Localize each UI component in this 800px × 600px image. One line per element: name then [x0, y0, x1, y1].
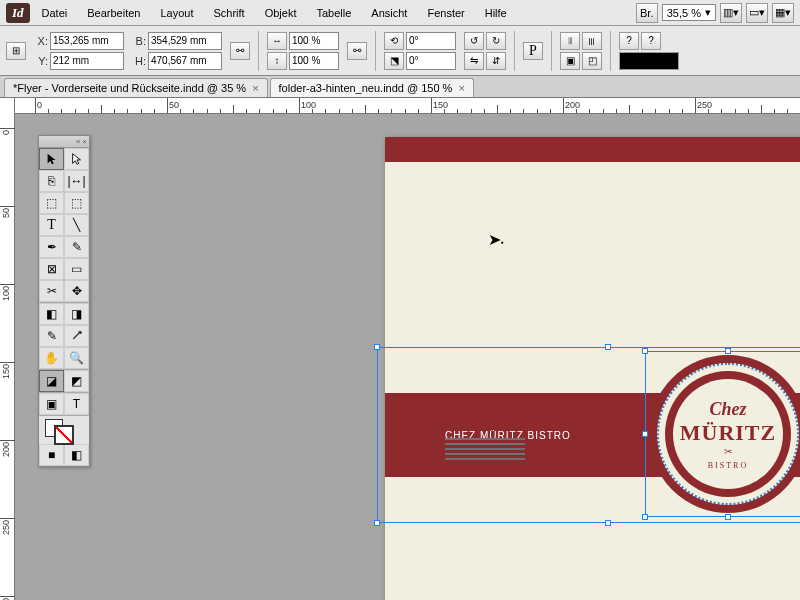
help2-icon[interactable]: ?	[641, 32, 661, 50]
h-label: H:	[132, 55, 146, 67]
scale-x-icon: ↔	[267, 32, 287, 50]
pen-tool[interactable]: ✒	[39, 236, 64, 258]
menu-datei[interactable]: Datei	[34, 4, 76, 22]
page[interactable]: CHEZ MÜRITZ BISTRO Chez MÜRITZ ✂ BISTRO	[385, 137, 800, 600]
x-label: X:	[34, 35, 48, 47]
gradient-feather-tool[interactable]: ◨	[64, 303, 89, 325]
horizontal-ruler[interactable]: 050100150200250	[15, 98, 800, 114]
formatting-text[interactable]: T	[64, 393, 89, 415]
page-tool[interactable]: ⎘	[39, 170, 64, 192]
scale-y-field[interactable]	[289, 52, 339, 70]
page-header-strip	[385, 137, 800, 162]
rectangle-frame-tool[interactable]: ⊠	[39, 258, 64, 280]
menu-bearbeiten[interactable]: Bearbeiten	[79, 4, 148, 22]
corner-icon[interactable]: ◰	[582, 52, 602, 70]
constrain-wh-icon[interactable]: ⚯	[230, 42, 250, 60]
fill-stroke-swatch[interactable]	[39, 416, 89, 444]
gap-tool[interactable]: |↔|	[64, 170, 89, 192]
rotate-icon: ⟲	[384, 32, 404, 50]
collapse-icon[interactable]: «	[76, 137, 80, 146]
document-tabs: *Flyer - Vorderseite und Rückseite.indd …	[0, 76, 800, 98]
help-icon[interactable]: ?	[619, 32, 639, 50]
vertical-ruler[interactable]: 050100150200250300	[0, 98, 15, 600]
zoom-tool[interactable]: 🔍	[64, 347, 89, 369]
tools-panel[interactable]: «× ⎘ |↔| ⬚ ⬚ T ╲ ✒ ✎ ⊠ ▭ ✂ ✥ ◧ ◨ ✎ ✋ 🔍 ◪…	[38, 135, 90, 467]
rotate-cw-icon[interactable]: ↻	[486, 32, 506, 50]
chevron-down-icon: ▾	[705, 6, 711, 19]
view-options-button[interactable]: ▥▾	[720, 3, 742, 23]
stroke-swatch[interactable]	[55, 426, 73, 444]
y-field[interactable]	[50, 52, 124, 70]
zoom-level-field[interactable]: 35,5 %▾	[662, 4, 716, 21]
scale-y-icon: ↕	[267, 52, 287, 70]
tab-folder[interactable]: folder-a3-hinten_neu.indd @ 150 %×	[270, 78, 474, 97]
menu-ansicht[interactable]: Ansicht	[363, 4, 415, 22]
tab-flyer[interactable]: *Flyer - Vorderseite und Rückseite.indd …	[4, 78, 268, 97]
tab-label: folder-a3-hinten_neu.indd @ 150 %	[279, 82, 453, 94]
content-collector-tool[interactable]: ⬚	[39, 192, 64, 214]
w-label: B:	[132, 35, 146, 47]
close-icon[interactable]: ×	[458, 82, 464, 94]
selection-handle[interactable]	[374, 344, 380, 350]
bridge-label: Br.	[640, 7, 653, 19]
selection-tool[interactable]	[39, 148, 64, 170]
formatting-container[interactable]: ▣	[39, 393, 64, 415]
height-field[interactable]	[148, 52, 222, 70]
content-placer-tool[interactable]: ⬚	[64, 192, 89, 214]
group-selection-box	[377, 347, 800, 523]
reference-point-proxy[interactable]: ⊞	[6, 42, 26, 60]
eyedropper-tool[interactable]	[64, 325, 89, 347]
menu-schrift[interactable]: Schrift	[206, 4, 253, 22]
hand-tool[interactable]: ✋	[39, 347, 64, 369]
distribute-icon[interactable]: ⫼	[582, 32, 602, 50]
tab-label: *Flyer - Vorderseite und Rückseite.indd …	[13, 82, 246, 94]
zoom-value: 35,5 %	[667, 7, 701, 19]
scissors-tool[interactable]: ✂	[39, 280, 64, 302]
character-panel-icon[interactable]: P	[523, 42, 543, 60]
selection-handle[interactable]	[605, 344, 611, 350]
menu-bar: Id Datei Bearbeiten Layout Schrift Objek…	[0, 0, 800, 26]
shear-icon: ⬔	[384, 52, 404, 70]
flip-v-icon[interactable]: ⇵	[486, 52, 506, 70]
note-tool[interactable]: ✎	[39, 325, 64, 347]
menu-tabelle[interactable]: Tabelle	[308, 4, 359, 22]
control-panel: ⊞ X: Y: B: H: ⚯ ↔ ↕ ⚯ ⟲ ⬔ ↺↻ ⇋⇵ P ⫴⫼ ▣◰ …	[0, 26, 800, 76]
flip-h-icon[interactable]: ⇋	[464, 52, 484, 70]
y-label: Y:	[34, 55, 48, 67]
menu-objekt[interactable]: Objekt	[257, 4, 305, 22]
rectangle-tool[interactable]: ▭	[64, 258, 89, 280]
fill-stroke-toggle[interactable]: ◪	[39, 370, 64, 392]
apply-gradient[interactable]: ◧	[64, 444, 89, 466]
tools-panel-header[interactable]: «×	[39, 136, 89, 148]
arrange-button[interactable]: ▦▾	[772, 3, 794, 23]
align-icon[interactable]: ⫴	[560, 32, 580, 50]
close-icon[interactable]: ×	[252, 82, 258, 94]
selection-handle[interactable]	[374, 520, 380, 526]
shear-field[interactable]	[406, 52, 456, 70]
apply-color[interactable]: ■	[39, 444, 64, 466]
default-fill-stroke[interactable]: ◩	[64, 370, 89, 392]
x-field[interactable]	[50, 32, 124, 50]
rotate-field[interactable]	[406, 32, 456, 50]
gradient-swatch-tool[interactable]: ◧	[39, 303, 64, 325]
menu-fenster[interactable]: Fenster	[419, 4, 472, 22]
pencil-tool[interactable]: ✎	[64, 236, 89, 258]
app-logo: Id	[6, 3, 30, 23]
document-canvas[interactable]: CHEZ MÜRITZ BISTRO Chez MÜRITZ ✂ BISTRO	[15, 114, 800, 600]
bridge-button[interactable]: Br.	[636, 3, 658, 23]
type-tool[interactable]: T	[39, 214, 64, 236]
scale-x-field[interactable]	[289, 32, 339, 50]
close-icon[interactable]: ×	[82, 137, 87, 146]
line-tool[interactable]: ╲	[64, 214, 89, 236]
width-field[interactable]	[148, 32, 222, 50]
selection-handle[interactable]	[605, 520, 611, 526]
rotate-ccw-icon[interactable]: ↺	[464, 32, 484, 50]
wrap-icon[interactable]: ▣	[560, 52, 580, 70]
free-transform-tool[interactable]: ✥	[64, 280, 89, 302]
direct-selection-tool[interactable]	[64, 148, 89, 170]
menu-hilfe[interactable]: Hilfe	[477, 4, 515, 22]
screen-mode-button[interactable]: ▭▾	[746, 3, 768, 23]
constrain-scale-icon[interactable]: ⚯	[347, 42, 367, 60]
menu-layout[interactable]: Layout	[152, 4, 201, 22]
stroke-swatch[interactable]	[619, 52, 679, 70]
